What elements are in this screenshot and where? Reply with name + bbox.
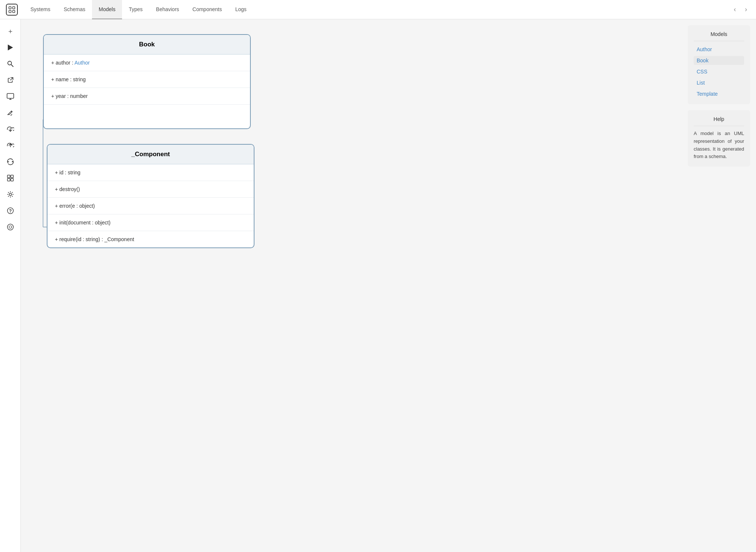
edit-check-icon[interactable] [3,105,18,120]
models-list: Author Book CSS List Template [694,45,744,98]
svg-rect-12 [7,175,10,178]
nav-tab-models[interactable]: Models [92,0,122,19]
nav-tab-types[interactable]: Types [122,0,149,19]
book-card-title: Book [44,35,250,55]
nav-tab-systems[interactable]: Systems [24,0,57,19]
book-field-author: + author : Author [44,55,250,71]
svg-rect-13 [11,175,13,178]
component-card[interactable]: _Component + id : string + destroy() + e… [47,144,254,248]
svg-rect-15 [11,178,13,181]
upload-cloud-icon[interactable] [3,138,18,153]
help-text: A model is an UML representation of your… [694,130,744,161]
component-field-error: + error(e : object) [47,198,254,214]
nav-back-button[interactable]: ‹ [731,4,739,15]
add-icon[interactable]: ＋ [3,24,18,39]
book-card[interactable]: Book + author : Author + name : string +… [43,34,251,129]
nav-tab-behaviors[interactable]: Behaviors [149,0,186,19]
component-card-title: _Component [47,145,254,164]
main-layout: ＋ ? [0,19,756,552]
top-nav: Systems Schemas Models Types Behaviors C… [0,0,756,19]
help-panel-title: Help [694,116,744,126]
svg-point-5 [8,61,11,65]
search-icon[interactable] [3,56,18,71]
svg-rect-3 [13,10,15,13]
book-field-name: + name : string [44,71,250,88]
book-card-fields: + author : Author + name : string + year… [44,55,250,128]
grid-icon[interactable] [3,171,18,185]
nav-forward-button[interactable]: › [742,4,750,15]
model-list[interactable]: List [694,78,744,87]
svg-marker-10 [11,160,13,162]
book-card-empty [44,105,250,128]
sync-icon[interactable] [3,154,18,169]
nav-tab-schemas[interactable]: Schemas [57,0,92,19]
component-card-fields: + id : string + destroy() + error(e : ob… [47,164,254,247]
canvas-area[interactable]: Book + author : Author + name : string +… [21,19,682,552]
nav-arrows: ‹ › [731,4,750,15]
component-field-require: + require(id : string) : _Component [47,231,254,247]
svg-marker-4 [8,45,13,50]
help-panel: Help A model is an UML representation of… [688,110,750,167]
nav-tab-logs[interactable]: Logs [229,0,253,19]
svg-point-16 [9,193,11,196]
settings-icon[interactable] [3,187,18,202]
external-link-icon[interactable] [3,73,18,88]
models-panel: Models Author Book CSS List Template [688,25,750,104]
model-template[interactable]: Template [694,89,744,98]
book-field-year: + year : number [44,88,250,105]
model-css[interactable]: CSS [694,67,744,76]
model-author[interactable]: Author [694,45,744,54]
right-panel: Models Author Book CSS List Template Hel… [682,19,756,552]
nav-tabs: Systems Schemas Models Types Behaviors C… [24,0,731,19]
app-logo[interactable] [6,4,18,16]
component-field-id: + id : string [47,164,254,181]
user-circle-icon[interactable] [3,220,18,234]
download-cloud-icon[interactable] [3,122,18,137]
svg-text:?: ? [9,208,11,214]
nav-tab-components[interactable]: Components [186,0,229,19]
help-icon[interactable]: ? [3,203,18,218]
left-sidebar: ＋ ? [0,19,21,552]
model-book[interactable]: Book [694,56,744,65]
svg-rect-0 [9,7,11,9]
svg-marker-11 [7,161,9,163]
models-panel-title: Models [694,31,744,41]
svg-rect-1 [13,7,15,9]
monitor-icon[interactable] [3,89,18,104]
play-icon[interactable] [3,40,18,55]
svg-point-20 [9,226,11,229]
svg-line-6 [11,65,13,67]
book-field-author-prefix: + author : [51,60,75,66]
component-field-destroy: + destroy() [47,181,254,198]
component-field-init: + init(document : object) [47,214,254,231]
svg-rect-2 [9,10,11,13]
diagram-container: Book + author : Author + name : string +… [43,34,266,248]
svg-rect-7 [7,93,14,98]
svg-rect-14 [7,178,10,181]
svg-point-19 [7,224,13,230]
book-author-link[interactable]: Author [75,60,90,66]
